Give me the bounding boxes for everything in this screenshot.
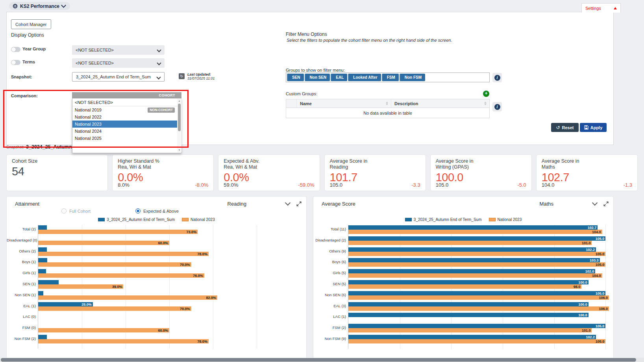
group-chip[interactable]: FSM xyxy=(382,74,399,81)
national-bar: 78.0% xyxy=(38,339,209,343)
radio-icon[interactable] xyxy=(61,208,67,213)
expand-icon[interactable] xyxy=(603,201,609,206)
bar-value-label: 105.0 xyxy=(596,263,605,267)
year-group-select[interactable]: <NOT SELECTED> xyxy=(72,45,165,55)
cohort-manager-button[interactable]: Cohort Manager xyxy=(11,19,51,29)
comparison-option[interactable]: National 2024 xyxy=(72,128,181,135)
terms-select[interactable]: <NOT SELECTED> xyxy=(72,58,165,68)
legend-label: 3_2024_25_Autumn End of Term_Sum xyxy=(414,217,482,222)
last-updated-value: 31/07/2025 11:01 xyxy=(187,76,215,80)
snapshot-select[interactable]: 3_2024_25_Autumn End of Term_Sum xyxy=(72,72,165,82)
kpi-title: Higher Standard % xyxy=(118,158,208,164)
bar-value-label: 60.0% xyxy=(158,241,168,245)
reset-button[interactable]: ↺ Reset xyxy=(551,123,579,132)
cohort-bar: 103.3 xyxy=(348,258,600,262)
chart-row: 102.0104.0 xyxy=(348,269,612,278)
chevron-down-icon[interactable] xyxy=(592,200,598,206)
bar-value-label: 105.0 xyxy=(596,252,605,256)
kpi-subtitle: Writing (GPAS) xyxy=(436,164,526,170)
group-chip[interactable]: SEN xyxy=(287,74,304,81)
comparison-option[interactable]: <NOT SELECTED> xyxy=(72,99,181,106)
chart-row: 73.0% xyxy=(38,225,300,234)
national-bar: 73.0% xyxy=(38,230,198,234)
radio-label: Full Cohort xyxy=(69,209,91,213)
group-chip[interactable]: Non SEN xyxy=(305,74,330,81)
cohort-bar: 105.0 xyxy=(348,324,605,328)
reset-icon: ↺ xyxy=(556,125,560,130)
settings-tab[interactable]: Settings xyxy=(581,3,621,13)
comparison-option-label: National 2024 xyxy=(75,129,102,134)
legend-item[interactable]: National 2023 xyxy=(489,217,522,222)
bar-value-label: 103.3 xyxy=(590,258,599,262)
bar-value-label: 102.7 xyxy=(588,226,597,230)
category-label: Non FSM (2) xyxy=(7,336,36,341)
cohort-bar xyxy=(38,269,46,273)
refresh-icon: ↻ xyxy=(179,73,185,79)
comparison-option[interactable]: National 2025 xyxy=(72,135,181,142)
chart-row: 60.0% xyxy=(38,236,300,245)
chart-row: 60.0% xyxy=(38,323,300,333)
horizontal-scrollbar[interactable] xyxy=(0,358,644,362)
status-snapshot-label: Snapshot: xyxy=(6,145,24,149)
terms-toggle[interactable] xyxy=(11,60,20,65)
description-column-header[interactable]: Description xyxy=(391,99,489,108)
apply-button[interactable]: Apply xyxy=(580,123,607,132)
comparison-option[interactable]: National 2022 xyxy=(72,113,181,121)
kpi-subtitle: Rea, Wri & Mat xyxy=(224,164,314,170)
scrollbar-thumb[interactable] xyxy=(178,104,181,131)
radio-expected-above[interactable]: Expected & Above xyxy=(135,208,179,213)
cohort-bar: 100.0 xyxy=(348,313,588,317)
kpi-card: Cohort Size54 xyxy=(6,154,108,191)
cohort-bar: 100.0 xyxy=(348,280,588,284)
groups-chips-input[interactable]: SENNon SENEALLooked AfterFSMNon FSM xyxy=(286,72,490,82)
category-label: SEN (1) xyxy=(7,282,36,286)
category-label: Girls (1) xyxy=(7,271,36,275)
national-bar: 60.0% xyxy=(38,328,169,332)
report-selector[interactable]: KS2 Performance xyxy=(9,2,70,10)
scrollbar-thumb[interactable] xyxy=(1,358,636,362)
category-label: Others (2) xyxy=(7,249,36,253)
chart-title: Average Score xyxy=(322,201,355,207)
apply-button-label: Apply xyxy=(590,125,603,130)
legend-item[interactable]: National 2023 xyxy=(182,217,215,222)
comparison-option[interactable]: National 2023 xyxy=(72,121,181,128)
chart-row: 78.0% xyxy=(38,247,300,256)
chart-row: 70.0% xyxy=(38,258,300,267)
category-label: LAC (1) xyxy=(313,314,346,319)
chart-row: 82.0% xyxy=(38,291,300,300)
name-column-header[interactable]: Name xyxy=(297,99,391,108)
category-label: EAL (1) xyxy=(7,304,36,308)
chart-row: 78.0% xyxy=(38,334,300,344)
group-chip[interactable]: EAL xyxy=(331,74,347,81)
legend-item[interactable]: 3_2024_25_Autumn End of Term_Sum xyxy=(98,217,175,222)
kpi-subtitle: Maths xyxy=(542,164,632,170)
chart-title: Attainment xyxy=(15,201,39,207)
ks2-performance-dashboard: KS2 Performance Settings Cohort Manager … xyxy=(0,0,644,362)
legend-item[interactable]: 3_2024_25_Autumn End of Term_Sum xyxy=(405,217,482,222)
national-bar: 76.0% xyxy=(38,273,204,278)
groups-info-button[interactable]: i xyxy=(492,73,502,82)
chevron-down-icon[interactable] xyxy=(285,200,291,206)
expand-icon[interactable] xyxy=(296,201,302,206)
dropdown-scrollbar[interactable]: ▲ ▼ xyxy=(177,98,181,152)
chevron-down-icon xyxy=(61,3,66,8)
year-group-toggle[interactable] xyxy=(11,47,20,52)
custom-groups-info-button[interactable]: i xyxy=(492,102,502,111)
comparison-option-label: National 2019 xyxy=(75,108,102,112)
scroll-up-icon[interactable]: ▲ xyxy=(177,99,181,103)
kpi-difference-value: -8.0% xyxy=(195,182,208,188)
comparison-option[interactable]: National 2019NON-COHORT xyxy=(72,106,181,113)
info-icon: i xyxy=(494,75,500,81)
radio-icon[interactable] xyxy=(135,208,141,213)
add-custom-group-button[interactable]: + xyxy=(483,91,489,97)
group-chip[interactable]: Looked After xyxy=(348,74,381,81)
kpi-comparison-value: 105.0 xyxy=(436,182,449,188)
radio-full-cohort[interactable]: Full Cohort xyxy=(61,208,91,213)
group-chip[interactable]: Non FSM xyxy=(400,74,425,81)
chart-row: 100.098.0 xyxy=(348,280,612,289)
national-bar: 70.0% xyxy=(38,306,191,311)
scroll-down-icon[interactable]: ▼ xyxy=(177,148,181,152)
cohort-bar: 105.0 xyxy=(348,291,605,295)
chart-row: 105.0106.0 xyxy=(348,291,612,300)
comparison-option-label: National 2023 xyxy=(75,122,102,126)
